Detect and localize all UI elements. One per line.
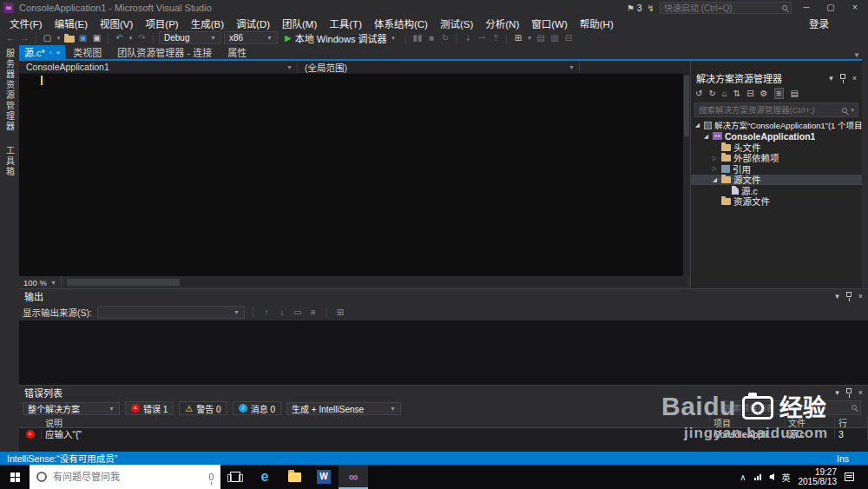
menu-view[interactable]: 视图(V) — [94, 17, 139, 30]
menu-build[interactable]: 生成(B) — [185, 17, 230, 30]
find-dropdown-icon[interactable]: ▾ — [526, 35, 532, 42]
quick-launch-box[interactable] — [660, 2, 792, 14]
output-content[interactable] — [19, 320, 868, 385]
navigate-forward-icon[interactable]: → — [19, 33, 30, 43]
switch-views-icon[interactable]: ⇅ — [733, 89, 740, 98]
goto-next-message-icon[interactable]: ↓ — [277, 307, 287, 317]
sign-in-button[interactable]: 登录 — [803, 17, 835, 30]
feedback-icon[interactable]: ↯ — [648, 3, 654, 13]
menu-project[interactable]: 项目(P) — [139, 17, 184, 30]
expanded-arrow-icon[interactable]: ◢ — [694, 122, 701, 129]
tab-properties[interactable]: 属性 — [220, 45, 254, 59]
save-icon[interactable]: ▣ — [77, 33, 89, 43]
error-scope-dropdown[interactable]: 整个解决方案 ▼ — [23, 402, 120, 415]
expanded-arrow-icon[interactable]: ◢ — [711, 176, 719, 183]
chevron-down-icon[interactable]: ▾ — [851, 107, 854, 114]
find-in-files-icon[interactable]: ⊞ — [512, 33, 523, 43]
tree-item-external-dependencies[interactable]: ▷ 外部依赖项 — [691, 153, 862, 164]
back-icon[interactable]: ↺ — [695, 89, 702, 98]
warnings-filter-button[interactable]: ⚠ 警告 0 — [179, 401, 227, 415]
taskbar-search-box[interactable] — [30, 465, 220, 489]
ime-language-indicator[interactable]: 英 — [782, 471, 791, 484]
start-debugging-button[interactable]: ▶ 本地 Windows 调试器 ▾ — [280, 31, 400, 45]
navigate-back-icon[interactable]: ← — [5, 33, 16, 43]
output-window-icon[interactable]: ⊞ — [335, 307, 345, 317]
output-source-dropdown[interactable]: ▼ — [97, 306, 245, 319]
tree-item-references[interactable]: ▷ 引用 — [691, 163, 862, 175]
menu-help[interactable]: 帮助(H) — [574, 17, 620, 30]
quick-launch-input[interactable] — [664, 3, 779, 13]
close-tab-icon[interactable]: × — [56, 49, 61, 56]
pause-icon[interactable]: ▮▮ — [411, 33, 423, 43]
step-over-icon[interactable]: ⇀ — [476, 33, 487, 43]
open-file-icon[interactable] — [64, 36, 75, 43]
tree-item-solution[interactable]: ◢ 解决方案“ConsoleApplication1”(1 个项目) — [691, 120, 862, 131]
forward-icon[interactable]: ↻ — [708, 89, 715, 98]
notifications-flag-icon[interactable]: ⚑ — [627, 3, 635, 13]
network-icon[interactable] — [754, 474, 761, 480]
toggle-word-wrap-icon[interactable]: ≡ — [308, 307, 319, 317]
menu-tools[interactable]: 工具(T) — [323, 17, 368, 30]
preview-selected-items-icon[interactable]: ≡ — [774, 88, 785, 99]
redo-icon[interactable]: ↷ — [136, 33, 148, 43]
stop-icon[interactable]: ■ — [425, 33, 437, 43]
microphone-icon[interactable] — [209, 473, 214, 480]
bookmark-icon[interactable]: ⊟ — [562, 33, 574, 43]
edge-browser-button[interactable]: e — [250, 465, 279, 489]
close-panel-icon[interactable]: × — [852, 74, 857, 83]
expanded-arrow-icon[interactable]: ◢ — [702, 133, 710, 140]
pin-icon[interactable] — [846, 388, 852, 393]
close-panel-icon[interactable]: × — [858, 388, 863, 397]
messages-filter-button[interactable]: i 消息 0 — [233, 401, 281, 415]
pin-icon[interactable] — [840, 74, 845, 79]
errors-filter-button[interactable]: × 错误 1 — [125, 401, 174, 415]
new-file-dropdown-icon[interactable]: ▾ — [56, 35, 62, 42]
menu-edit[interactable]: 编辑(E) — [49, 17, 94, 30]
collapsed-arrow-icon[interactable]: ▷ — [711, 165, 719, 172]
collapse-all-icon[interactable]: ⊟ — [746, 89, 753, 98]
toolbox-tab[interactable]: 工具箱 — [3, 146, 16, 177]
scrollbar-thumb[interactable] — [684, 76, 689, 136]
home-icon[interactable]: ⌂ — [722, 89, 727, 98]
tree-item-source-files[interactable]: ◢ 源文件 — [691, 175, 862, 186]
editor-vertical-scrollbar[interactable] — [683, 74, 690, 276]
action-center-icon[interactable] — [845, 472, 854, 481]
visual-studio-taskbar-button[interactable]: ∞ — [339, 465, 368, 489]
clear-all-icon[interactable]: ▭ — [293, 307, 303, 317]
code-editor[interactable] — [19, 74, 683, 276]
close-panel-icon[interactable]: × — [858, 292, 863, 301]
tree-item-project[interactable]: ◢ ++ ConsoleApplication1 — [691, 131, 862, 142]
undo-dropdown-icon[interactable]: ▾ — [128, 35, 134, 42]
task-view-button[interactable] — [220, 465, 250, 489]
properties-icon[interactable]: ⚙ — [760, 89, 768, 98]
start-button[interactable] — [0, 465, 30, 489]
dock-icon[interactable]: ▫ — [49, 49, 52, 56]
error-source-dropdown[interactable]: 生成 + IntelliSense ▼ — [286, 402, 401, 415]
tab-source-c-active[interactable]: 源.c* ▫ × — [19, 45, 65, 59]
show-hidden-icons-chevron[interactable]: ∧ — [740, 472, 746, 482]
editor-horizontal-scrollbar[interactable] — [65, 278, 687, 287]
restart-icon[interactable]: ↻ — [439, 33, 450, 43]
tree-item-resource-files[interactable]: 资源文件 — [691, 196, 862, 208]
word-button[interactable]: W — [309, 465, 339, 489]
menu-window[interactable]: 窗口(W) — [525, 17, 574, 30]
step-out-icon[interactable]: ⇡ — [490, 33, 501, 43]
window-position-icon[interactable]: ▾ — [835, 388, 839, 397]
menu-team[interactable]: 团队(M) — [276, 17, 323, 30]
show-all-files-icon[interactable]: ▤ — [790, 89, 798, 98]
menu-analyze[interactable]: 分析(N) — [479, 17, 525, 30]
close-button[interactable]: × — [845, 0, 865, 16]
menu-debug[interactable]: 调试(D) — [230, 17, 276, 30]
file-explorer-button[interactable] — [279, 465, 309, 489]
tab-list-dropdown-icon[interactable]: ▼ — [853, 51, 862, 59]
menu-architecture[interactable]: 体系结构(C) — [368, 17, 434, 30]
taskbar-search-input[interactable] — [53, 472, 203, 482]
member-scope-dropdown[interactable]: (全局范围) ▼ — [298, 61, 580, 73]
project-scope-dropdown[interactable]: ConsoleApplication1 ▼ — [19, 61, 298, 73]
solution-configurations-dropdown[interactable]: Debug ▼ — [159, 31, 221, 44]
comment-icon[interactable]: ▤ — [535, 33, 546, 43]
menu-test[interactable]: 测试(S) — [434, 17, 479, 30]
menu-file[interactable]: 文件(F) — [3, 17, 49, 30]
notifications-count[interactable]: 3 — [637, 3, 642, 13]
goto-previous-message-icon[interactable]: ↑ — [261, 307, 272, 317]
